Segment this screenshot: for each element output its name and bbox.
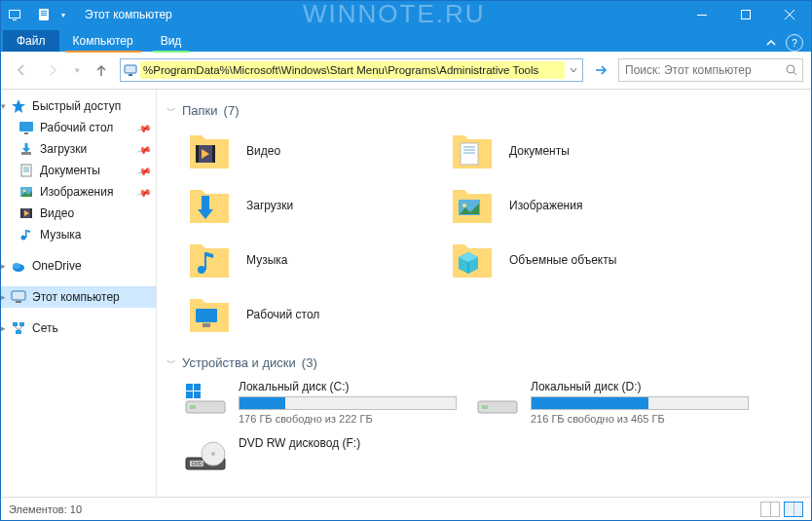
close-button[interactable] — [767, 1, 811, 28]
tab-computer[interactable]: Компьютер — [59, 30, 147, 52]
view-tiles-button[interactable] — [784, 502, 803, 517]
drive-free-text: 216 ГБ свободно из 465 ГБ — [531, 413, 749, 425]
view-details-button[interactable] — [760, 502, 780, 517]
sidebar-item-label: Документы — [40, 164, 100, 177]
sidebar-item-label: Этот компьютер — [32, 290, 120, 304]
svg-rect-69 — [194, 384, 201, 391]
sidebar-item-pictures[interactable]: Изображения 📌 — [1, 181, 156, 203]
file-tab[interactable]: Файл — [3, 30, 59, 52]
drive-hdd-icon — [476, 378, 519, 417]
folder-music[interactable]: Музыка — [184, 235, 437, 285]
help-icon[interactable]: ? — [786, 34, 803, 52]
svg-rect-1 — [10, 11, 19, 18]
svg-rect-67 — [190, 405, 196, 409]
qat-separator — [26, 7, 32, 22]
address-dropdown-icon[interactable] — [565, 66, 582, 74]
svg-rect-40 — [16, 301, 21, 303]
maximize-button[interactable] — [723, 1, 767, 28]
section-folders-header[interactable]: ﹀ Папки (7) — [157, 99, 807, 126]
drive-os-icon — [184, 378, 227, 417]
svg-rect-43 — [16, 330, 21, 334]
tab-view[interactable]: Вид — [147, 30, 196, 52]
folder-videos[interactable]: Видео — [184, 126, 437, 176]
properties-icon[interactable] — [36, 7, 52, 22]
svg-line-45 — [18, 326, 22, 330]
search-icon[interactable] — [781, 63, 802, 77]
folder-label: Музыка — [246, 253, 287, 267]
sidebar-network[interactable]: ▸ Сеть — [1, 317, 156, 339]
sidebar-item-label: Видео — [40, 206, 74, 220]
chevron-down-icon: ﹀ — [166, 356, 176, 370]
folder-downloads[interactable]: Загрузки — [184, 180, 437, 231]
section-count: (3) — [302, 355, 317, 370]
drive-dvd[interactable]: DVD DVD RW дисковод (F:) — [184, 434, 457, 473]
svg-point-35 — [21, 236, 26, 241]
nav-forward-button[interactable] — [40, 57, 65, 83]
folder-label: Документы — [509, 144, 570, 158]
svg-point-38 — [13, 263, 20, 269]
address-pc-icon — [121, 63, 140, 77]
sidebar-onedrive[interactable]: ▸ OneDrive — [1, 255, 156, 277]
folder-3d-objects[interactable]: Объемные объекты — [447, 235, 700, 285]
drive-c[interactable]: Локальный диск (C:) 176 ГБ свободно из 2… — [184, 378, 457, 425]
search-box — [618, 58, 803, 82]
folders-grid: Видео Документы Загрузки Изображения — [157, 126, 807, 352]
nav-up-button[interactable] — [89, 57, 114, 83]
pc-icon — [11, 289, 26, 305]
minimize-button[interactable] — [680, 1, 723, 28]
svg-rect-7 — [697, 15, 707, 16]
chevron-down-icon: ▾ — [1, 101, 11, 111]
chevron-down-icon: ﹀ — [166, 104, 176, 118]
sidebar-item-desktop[interactable]: Рабочий стол 📌 — [1, 117, 156, 138]
folder-desktop[interactable]: Рабочий стол — [184, 289, 437, 340]
folder-icon — [186, 128, 233, 174]
sidebar-item-downloads[interactable]: Загрузки 📌 — [1, 138, 156, 160]
folder-label: Рабочий стол — [246, 308, 319, 321]
svg-rect-42 — [19, 322, 24, 326]
drive-dvd-icon: DVD — [184, 434, 227, 473]
collapse-ribbon-icon[interactable] — [762, 34, 780, 52]
svg-rect-50 — [461, 143, 478, 165]
section-title: Устройства и диски — [182, 355, 296, 370]
sidebar-item-music[interactable]: Музыка — [1, 224, 156, 245]
search-input[interactable] — [619, 63, 781, 77]
svg-line-44 — [15, 326, 18, 330]
sidebar-item-label: Быстрый доступ — [32, 99, 121, 113]
nav-back-button[interactable] — [9, 57, 34, 83]
svg-rect-71 — [194, 391, 201, 398]
qat-dropdown-icon[interactable]: ▾ — [55, 7, 71, 22]
svg-marker-23 — [22, 148, 30, 152]
sidebar-item-label: OneDrive — [32, 259, 82, 273]
svg-point-57 — [462, 204, 466, 207]
sidebar-item-documents[interactable]: Документы 📌 — [1, 160, 156, 181]
documents-icon — [18, 163, 34, 178]
sidebar-item-videos[interactable]: Видео — [1, 203, 156, 224]
svg-rect-73 — [482, 405, 488, 409]
drive-usage-bar — [239, 396, 457, 410]
svg-rect-33 — [30, 208, 32, 218]
status-text: Элементов: 10 — [9, 503, 82, 515]
window-title: Этот компьютер — [85, 8, 172, 21]
svg-rect-64 — [196, 309, 217, 322]
address-bar-row: ▾ — [1, 52, 811, 90]
folder-documents[interactable]: Документы — [447, 126, 700, 176]
folder-icon — [449, 182, 496, 229]
folder-pictures[interactable]: Изображения — [447, 180, 700, 231]
content-pane[interactable]: ﹀ Папки (7) Видео Документы Загрузки — [157, 90, 811, 497]
sidebar-item-label: Рабочий стол — [40, 121, 113, 134]
sidebar-this-pc[interactable]: ▸ Этот компьютер — [1, 286, 156, 308]
svg-rect-39 — [12, 291, 25, 300]
pin-icon: 📌 — [136, 184, 152, 200]
status-bar: Элементов: 10 — [1, 497, 811, 520]
address-input[interactable] — [140, 61, 565, 79]
section-drives-header[interactable]: ﹀ Устройства и диски (3) — [157, 352, 807, 378]
address-box — [120, 58, 583, 82]
titlebar: ▾ Этот компьютер WINNOTE.RU — [1, 1, 811, 28]
folder-icon — [186, 291, 233, 338]
drive-d[interactable]: Локальный диск (D:) 216 ГБ свободно из 4… — [476, 378, 749, 425]
svg-point-78 — [211, 452, 215, 456]
nav-history-dropdown[interactable]: ▾ — [71, 57, 83, 83]
address-go-button[interactable] — [589, 58, 612, 82]
sidebar-quick-access[interactable]: ▾ Быстрый доступ — [1, 95, 156, 117]
downloads-icon — [18, 141, 34, 157]
